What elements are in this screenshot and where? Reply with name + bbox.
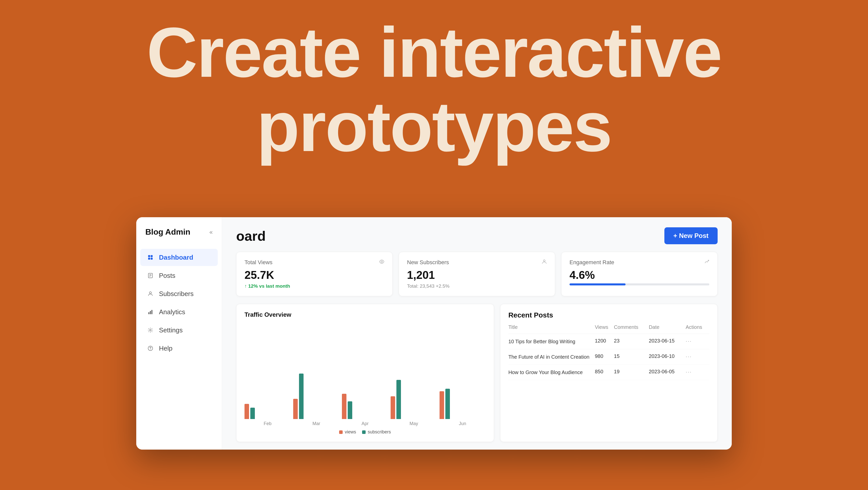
sidebar-item-dashboard[interactable]: Dashboard (140, 249, 218, 266)
svg-rect-3 (151, 258, 153, 260)
post-date-2: 2023-06-05 (649, 365, 686, 380)
stat-icon-new-subscribers (542, 259, 547, 266)
sidebar-item-analytics[interactable]: Analytics (140, 304, 218, 320)
chart-x-labels: Feb Mar Apr May Jun (245, 421, 486, 426)
chart-group-feb (245, 404, 291, 419)
table-row: 10 Tips for Better Blog Writing 1200 23 … (508, 334, 709, 349)
chart-title: Traffic Overview (245, 311, 486, 318)
stat-label-total-views: Total Views (245, 259, 273, 266)
sidebar-item-subscribers-label: Subscribers (159, 290, 193, 298)
table-row: The Future of AI in Content Creation 980… (508, 349, 709, 365)
legend-subscribers: subscribers (362, 429, 391, 435)
bar-views-apr (342, 394, 346, 419)
post-views-0: 1200 (595, 334, 614, 349)
stat-icon-total-views (379, 259, 384, 266)
settings-icon (146, 326, 154, 334)
bar-subs-mar (299, 374, 304, 419)
sidebar-item-subscribers[interactable]: Subscribers (140, 285, 218, 302)
more-icon-2[interactable]: ··· (686, 369, 692, 375)
col-comments: Comments (614, 324, 649, 334)
post-views-2: 850 (595, 365, 614, 380)
dashboard-icon (146, 253, 154, 261)
chart-bars (245, 358, 486, 419)
post-date-0: 2023-06-15 (649, 334, 686, 349)
sidebar-item-dashboard-label: Dashboard (159, 254, 193, 261)
sidebar-item-analytics-label: Analytics (159, 308, 185, 316)
more-icon-1[interactable]: ··· (686, 353, 692, 360)
collapse-icon[interactable]: « (210, 229, 213, 236)
post-actions-2[interactable]: ··· (686, 365, 709, 380)
app-window: Blog Admin « Dashboard Posts (136, 217, 732, 450)
chart-card: Traffic Overview (236, 304, 494, 442)
svg-rect-2 (148, 258, 150, 260)
legend-dot-views (339, 430, 343, 434)
table-row: How to Grow Your Blog Audience 850 19 20… (508, 365, 709, 380)
sidebar-item-posts[interactable]: Posts (140, 267, 218, 284)
x-label-may: May (391, 421, 437, 426)
col-date: Date (649, 324, 686, 334)
stat-value-engagement-rate: 4.6% (569, 269, 709, 281)
new-post-button[interactable]: + New Post (664, 227, 718, 244)
stat-value-new-subscribers: 1,201 (407, 269, 547, 281)
stats-row: Total Views 25.7K ↑ 12% vs last month Ne… (222, 252, 732, 304)
page-title: oard (236, 228, 266, 244)
post-date-1: 2023-06-10 (649, 349, 686, 365)
brand-name: Blog Admin (145, 227, 190, 237)
x-label-jun: Jun (439, 421, 486, 426)
stat-icon-engagement-rate (704, 259, 709, 266)
sidebar-item-help[interactable]: Help (140, 340, 218, 357)
chart-legend: views subscribers (245, 429, 486, 435)
bar-views-mar (293, 399, 298, 419)
sidebar: Blog Admin « Dashboard Posts (136, 217, 222, 450)
hero-text: Create interactive prototypes (0, 15, 868, 164)
stat-card-total-views: Total Views 25.7K ↑ 12% vs last month (236, 252, 393, 296)
post-views-1: 980 (595, 349, 614, 365)
hero-line2: prototypes (0, 89, 868, 164)
sidebar-item-settings-label: Settings (159, 326, 183, 334)
help-icon (146, 344, 154, 352)
stat-label-engagement-rate: Engagement Rate (569, 259, 614, 266)
main-header: oard + New Post (222, 217, 732, 252)
post-actions-1[interactable]: ··· (686, 349, 709, 365)
legend-label-views: views (345, 429, 356, 435)
post-title-1: The Future of AI in Content Creation (508, 349, 595, 365)
posts-table: Title Views Comments Date Actions 10 Tip… (508, 324, 709, 380)
col-views: Views (595, 324, 614, 334)
post-comments-2: 19 (614, 365, 649, 380)
svg-point-14 (150, 349, 151, 350)
svg-point-15 (381, 261, 382, 262)
sidebar-item-settings[interactable]: Settings (140, 321, 218, 339)
main-content: oard + New Post Total Views 25.7K ↑ 12% … (222, 217, 732, 450)
bar-views-jun (439, 391, 444, 419)
svg-point-12 (150, 329, 151, 331)
engagement-bar-fill (569, 283, 625, 285)
post-comments-0: 23 (614, 334, 649, 349)
svg-point-8 (149, 292, 151, 294)
svg-rect-10 (150, 311, 151, 314)
legend-label-subscribers: subscribers (368, 429, 391, 435)
bar-views-may (391, 396, 395, 419)
legend-views: views (339, 429, 356, 435)
analytics-icon (146, 308, 154, 316)
more-icon-0[interactable]: ··· (686, 338, 692, 344)
x-label-feb: Feb (245, 421, 291, 426)
stat-sub-new-subscribers: Total: 23,543 +2.5% (407, 283, 547, 289)
stat-label-new-subscribers: New Subscribers (407, 259, 449, 266)
bar-subs-feb (250, 408, 255, 419)
x-label-mar: Mar (293, 421, 339, 426)
sidebar-item-posts-label: Posts (159, 272, 175, 280)
recent-posts-card: Recent Posts Title Views Comments Date A… (500, 304, 718, 442)
recent-posts-title: Recent Posts (508, 311, 709, 319)
stat-card-engagement-rate: Engagement Rate 4.6% (561, 252, 718, 296)
chart-group-mar (293, 374, 339, 419)
svg-rect-0 (148, 255, 150, 257)
stat-value-total-views: 25.7K (245, 269, 384, 281)
post-actions-0[interactable]: ··· (686, 334, 709, 349)
post-title-2: How to Grow Your Blog Audience (508, 365, 595, 380)
posts-icon (146, 271, 154, 280)
sidebar-nav: Dashboard Posts Subscribers (136, 249, 222, 357)
chart-group-may (391, 380, 437, 419)
svg-rect-1 (151, 255, 153, 257)
legend-dot-subscribers (362, 430, 366, 434)
svg-point-16 (544, 260, 545, 262)
